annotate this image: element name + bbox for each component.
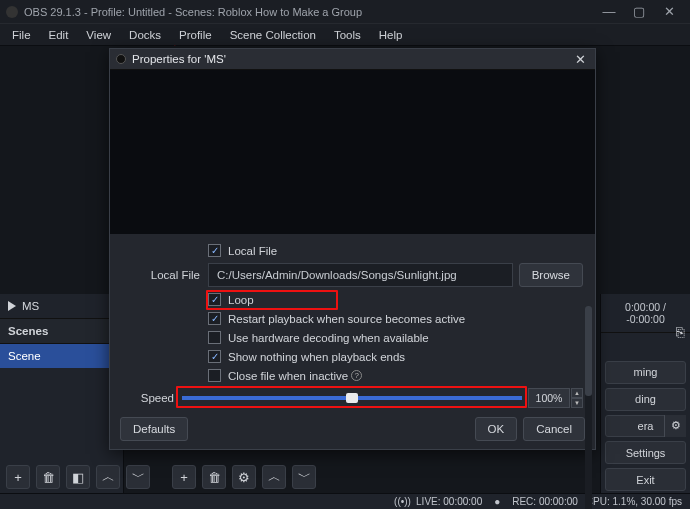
status-cpu: CPU: 1.1%, 30.00 fps [586,496,682,507]
exit-button[interactable]: Exit [605,468,686,491]
properties-dialog: Properties for 'MS' ✕ Local File Local F… [109,48,596,450]
speed-step-up[interactable]: ▲ [571,388,583,398]
maximize-button[interactable]: ▢ [624,4,654,19]
source-current[interactable]: MS [0,294,123,318]
settings-button[interactable]: Settings [605,441,686,464]
window-title: OBS 29.1.3 - Profile: Untitled - Scenes:… [24,6,362,18]
defaults-button[interactable]: Defaults [120,417,188,441]
show-nothing-label: Show nothing when playback ends [228,351,405,363]
browse-button[interactable]: Browse [519,263,583,287]
menu-edit[interactable]: Edit [41,27,77,43]
menu-scene-collection[interactable]: Scene Collection [222,27,324,43]
scene-item[interactable]: Scene [0,344,123,368]
source-down-button[interactable]: ﹀ [292,465,316,489]
dialog-title: Properties for 'MS' [132,53,226,65]
cancel-button[interactable]: Cancel [523,417,585,441]
camera-button[interactable]: era ⚙ [605,415,686,438]
dialog-icon [116,54,126,64]
speed-label: Speed [122,392,182,404]
restart-label: Restart playback when source becomes act… [228,313,465,325]
source-label: MS [22,300,39,312]
menu-help[interactable]: Help [371,27,411,43]
scene-up-button[interactable]: ︿ [96,465,120,489]
camera-label: era [638,420,654,432]
local-file-checkbox[interactable] [208,244,221,257]
source-properties-button[interactable]: ⚙ [232,465,256,489]
app-icon [6,6,18,18]
dialog-close-button[interactable]: ✕ [571,52,589,67]
remove-scene-button[interactable]: 🗑 [36,465,60,489]
play-icon [8,301,16,311]
scrollbar-thumb[interactable] [585,306,592,396]
menu-tools[interactable]: Tools [326,27,369,43]
gear-icon[interactable]: ⚙ [664,415,686,438]
speed-value[interactable]: 100% [528,388,570,408]
minimize-button[interactable]: — [594,4,624,19]
speed-slider[interactable] [182,389,522,407]
loop-checkbox[interactable] [208,293,221,306]
speed-step-down[interactable]: ▼ [571,398,583,408]
show-nothing-checkbox[interactable] [208,350,221,363]
rec-icon: ● [490,496,504,507]
close-inactive-label: Close file when inactive [228,370,348,382]
close-inactive-checkbox[interactable] [208,369,221,382]
layout-toggle-icon[interactable]: ⎘ [676,324,684,340]
scene-filters-button[interactable]: ◧ [66,465,90,489]
menu-file[interactable]: File [4,27,39,43]
hw-decode-checkbox[interactable] [208,331,221,344]
loop-label: Loop [228,294,254,306]
menu-profile[interactable]: Profile [171,27,220,43]
menu-view[interactable]: View [78,27,119,43]
signal-icon: ((•)) [394,496,408,507]
slider-thumb[interactable] [346,393,358,403]
local-file-label: Local File [122,269,208,281]
close-window-button[interactable]: ✕ [654,4,684,19]
recording-button[interactable]: ding [605,388,686,411]
scene-down-button[interactable]: ﹀ [126,465,150,489]
source-up-button[interactable]: ︿ [262,465,286,489]
source-preview [110,70,595,234]
restart-checkbox[interactable] [208,312,221,325]
scenes-header: Scenes [0,318,123,344]
scrollbar[interactable] [585,306,592,509]
ok-button[interactable]: OK [475,417,518,441]
annotation-highlight-loop [206,290,338,310]
status-rec: REC: 00:00:00 [512,496,578,507]
streaming-button[interactable]: ming [605,361,686,384]
menu-docks[interactable]: Docks [121,27,169,43]
add-scene-button[interactable]: + [6,465,30,489]
info-icon[interactable]: ? [351,370,362,381]
status-live: LIVE: 00:00:00 [416,496,482,507]
remove-source-button[interactable]: 🗑 [202,465,226,489]
local-file-path-input[interactable] [208,263,513,287]
add-source-button[interactable]: + [172,465,196,489]
hw-decode-label: Use hardware decoding when available [228,332,429,344]
local-file-chk-label: Local File [228,245,277,257]
